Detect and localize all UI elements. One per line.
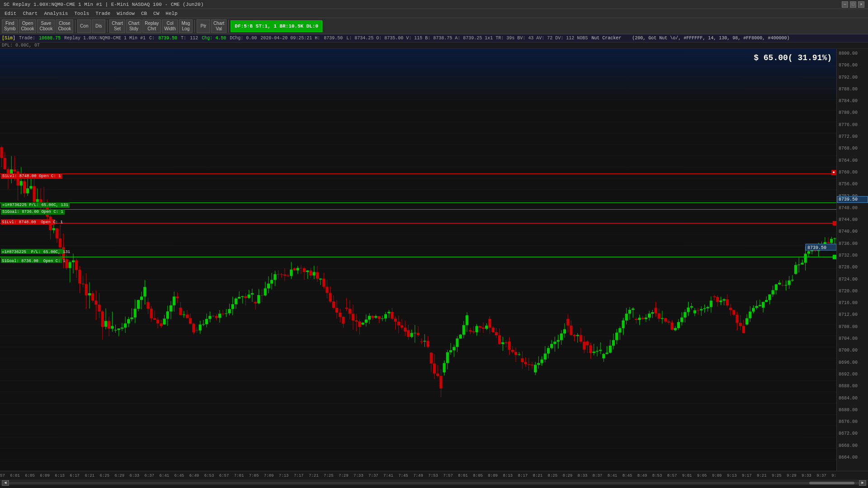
time-axis: 5:576:016:056:096:136:176:216:256:296:33… [0, 471, 868, 480]
time-label: 8:45 [623, 474, 632, 478]
t-value: 112 [190, 36, 198, 41]
price-tick: 8712.00 [839, 312, 858, 317]
minimize-button[interactable]: ─ [842, 1, 848, 8]
chart-set-button[interactable]: ChartSet [109, 19, 125, 33]
time-label: 8:57 [667, 474, 677, 478]
price-tick: 8684.00 [839, 396, 858, 401]
status-bar: [Sim] Trade: 10688.75 Replay 1.00X:NQM0-… [0, 34, 868, 42]
price-tick: 8736.00 [839, 241, 858, 246]
chart-main[interactable]: $ 65.00( 31.91%) S1Lvl: 8748.00 Open C: … [0, 49, 836, 471]
time-label: 7:25 [324, 474, 334, 478]
time-label: 7:17 [294, 474, 304, 478]
green-line-left-label: =1#8736225 P/L: 65.00C, 131 [1, 202, 70, 208]
time-label: 6:45 [175, 474, 184, 478]
price-tick: 8756.00 [839, 182, 858, 187]
scrollbar[interactable]: ◄ ► [0, 480, 868, 485]
price-tick: 8780.00 [839, 110, 858, 115]
time-label: 9:29 [787, 474, 797, 478]
dpl-bar: DPL: 0.00C, 0T [0, 42, 868, 49]
time-label: 9:05 [697, 474, 707, 478]
menu-trade[interactable]: Trade [93, 10, 113, 17]
time-label: 7:41 [383, 474, 393, 478]
dchg-label: DChg: 0.00 [230, 36, 257, 41]
price-tick: 8784.00 [839, 99, 858, 103]
price-tick: 8716.00 [839, 300, 858, 305]
menu-chart[interactable]: Chart [20, 10, 40, 17]
price-tick: 8668.00 [839, 443, 858, 448]
profit-display: $ 65.00( 31.91%) [754, 53, 832, 62]
find-symb-button[interactable]: FindSymb [2, 19, 18, 33]
time-label: 7:05 [249, 474, 259, 478]
scroll-track[interactable] [9, 482, 859, 484]
ptr-button[interactable]: Ptr [197, 19, 210, 33]
price-tick: 8720.00 [839, 289, 858, 294]
time-label: 6:21 [85, 474, 94, 478]
menu-help[interactable]: Help [163, 10, 180, 17]
menu-edit[interactable]: Edit [2, 10, 19, 17]
price-tick: 8664.00 [839, 455, 858, 460]
time-label: 8:17 [518, 474, 528, 478]
time-label: 8:25 [548, 474, 558, 478]
price-tick: 8748.00 [839, 206, 858, 211]
separator-4 [228, 20, 229, 33]
indicator-info: Nut Cracker (200, Got Nut \o/, #FFFFFF, … [591, 36, 789, 41]
save-cbook-button[interactable]: SaveCbook [37, 19, 55, 33]
price-tick: 8672.00 [839, 431, 858, 436]
red-line-left-label: S1Lvl: 8748.00 Open C: 1 [1, 174, 62, 179]
red-line-right-label: ● [831, 170, 836, 175]
time-label: 8:13 [503, 474, 513, 478]
price-tick: 8764.00 [839, 158, 858, 163]
dis-button[interactable]: Dis [92, 19, 105, 33]
price-ticks: 8800.008796.008792.008788.008784.008780.… [837, 49, 868, 471]
time-label: 9:09 [712, 474, 722, 478]
price-tick: 8800.00 [839, 51, 858, 56]
title-text: SC Replay 1.00X:NQM0-CME 1 Min #1 | E-Mi… [4, 2, 203, 7]
time-label: 6:29 [114, 474, 124, 478]
time-label: 7:37 [368, 474, 378, 478]
price-tick: 8708.00 [839, 324, 858, 329]
price-tick: 8704.00 [839, 336, 858, 341]
price-tick: 8792.00 [839, 75, 858, 80]
s1-level-line: S1Lvl: 8748.00 Open C: 1 ● [0, 174, 836, 174]
scroll-thumb[interactable] [809, 482, 854, 484]
time-label: 6:05 [25, 474, 35, 478]
time-labels-container: 5:576:016:056:096:136:176:216:256:296:33… [0, 471, 836, 480]
dpl-text: DPL: 0.00C, 0T [2, 43, 40, 48]
scroll-left-button[interactable]: ◄ [2, 480, 9, 486]
chart-stdy-button[interactable]: ChartStdy [126, 19, 142, 33]
menu-cw[interactable]: CW [151, 10, 162, 17]
col-width-button[interactable]: ColWidth [162, 19, 178, 33]
datetime: 2020-04-20 09:25:21 H: [260, 36, 320, 41]
menu-tools[interactable]: Tools [71, 10, 92, 17]
menu-window[interactable]: Window [114, 10, 137, 17]
time-label: 6:09 [40, 474, 50, 478]
menu-analysis[interactable]: Analysis [41, 10, 71, 17]
separator-3 [194, 20, 195, 33]
time-label: 7:33 [354, 474, 363, 478]
time-label: 8:21 [533, 474, 542, 478]
candlestick-chart[interactable] [0, 49, 836, 471]
time-label: 6:17 [70, 474, 80, 478]
time-label: 9:33 [802, 474, 811, 478]
open-cbook-button[interactable]: OpenCbook [19, 19, 37, 33]
separator-1 [75, 20, 75, 33]
con-button[interactable]: Con [77, 19, 91, 33]
replay-chrt-button[interactable]: ReplayChrt [142, 19, 161, 33]
c-value: 8739.50 [158, 36, 177, 41]
time-label: 9:25 [772, 474, 782, 478]
price-tick: 8796.00 [839, 63, 858, 68]
time-label: 9:17 [742, 474, 752, 478]
close-button[interactable]: ✕ [858, 1, 864, 8]
close-cbook-button[interactable]: CloseCbook [56, 19, 73, 33]
scroll-right-button[interactable]: ► [859, 480, 866, 486]
l-info: L: 8734.25 O: 8735.00 V: 115 B: 8738.75 … [346, 36, 588, 41]
current-price-box: 8739.50 [837, 196, 868, 203]
chart-val-button[interactable]: ChartVal [211, 19, 226, 33]
time-label: 8:29 [563, 474, 573, 478]
msg-log-button[interactable]: MsgLog [179, 19, 193, 33]
maximize-button[interactable]: □ [850, 1, 856, 8]
menu-cb[interactable]: CB [138, 10, 150, 17]
time-label: 8:09 [488, 474, 498, 478]
time-label: 7:13 [279, 474, 289, 478]
menu-bar: Edit Chart Analysis Tools Trade Window C… [0, 9, 868, 18]
